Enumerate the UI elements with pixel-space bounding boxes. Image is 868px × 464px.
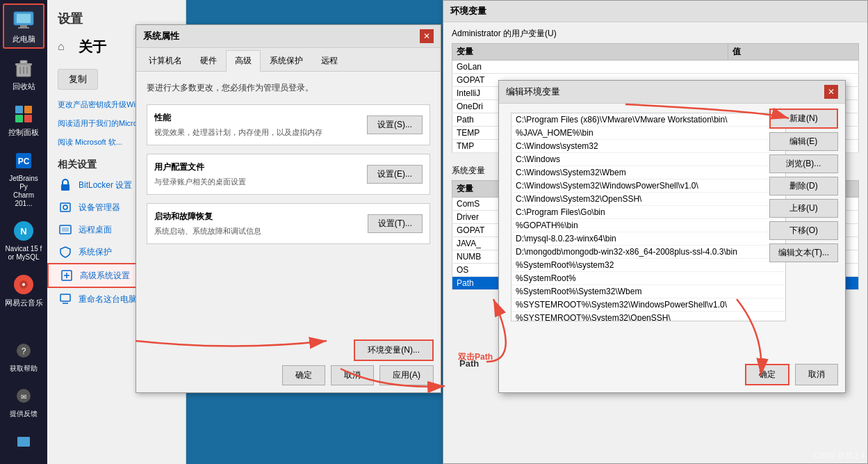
envvars-titlebar: 环境变量 <box>443 1 867 22</box>
env-variables-button[interactable]: 环境变量(N)... <box>354 339 434 361</box>
editenv-action-buttons: 新建(N) 编辑(E) 浏览(B)... 删除(D) 上移(U) 下移(O) 编… <box>769 109 838 262</box>
taskbar-icon-help[interactable]: ? 获取帮助 <box>3 335 44 376</box>
recycle-icon-label: 回收站 <box>13 82 35 91</box>
taskbar-icon-navicat[interactable]: N Navicat 15 for MySQL <box>3 215 44 265</box>
path-item-3[interactable]: C:\Windows <box>511 153 785 166</box>
taskbar-icon-controlpanel[interactable]: 控制面板 <box>3 98 44 141</box>
home-icon: ⌂ <box>58 40 72 54</box>
svg-rect-10 <box>15 106 23 113</box>
navicat-icon-label: Navicat 15 for MySQL <box>6 245 42 262</box>
sysprop-cancel-button[interactable]: 取消 <box>331 365 374 385</box>
sysprop-close-button[interactable]: ✕ <box>420 29 434 43</box>
svg-point-21 <box>22 283 25 286</box>
svg-rect-2 <box>20 25 27 27</box>
recycle-icon <box>11 56 36 81</box>
path-item-6[interactable]: C:\Windows\System32\OpenSSH\ <box>511 193 785 206</box>
editenv-new-button[interactable]: 新建(N) <box>769 109 838 129</box>
taskbar-left: 此电脑 回收站 <box>0 0 47 464</box>
tab-hardware[interactable]: 硬件 <box>191 50 226 71</box>
performance-settings-button[interactable]: 设置(S)... <box>367 115 423 134</box>
path-item-8[interactable]: %GOPATH%\bin <box>511 219 785 232</box>
editenv-body: C:\Program Files (x86)\VMware\VMware Wor… <box>499 104 845 330</box>
tab-advanced[interactable]: 高级 <box>226 50 261 72</box>
svg-rect-35 <box>60 294 70 301</box>
user-row-golan[interactable]: GoLan <box>452 61 859 74</box>
editenv-footer: 确定 取消 <box>745 364 838 385</box>
desktop: 此电脑 回收站 <box>0 0 868 464</box>
path-item-1[interactable]: %JAVA_HOME%\bin <box>511 127 785 140</box>
svg-text:PC: PC <box>18 157 30 166</box>
svg-rect-31 <box>62 227 69 232</box>
help-icon: ? <box>11 338 36 363</box>
svg-point-29 <box>63 205 67 209</box>
sysprop-title: 系统属性 <box>143 30 179 42</box>
path-label-annotation: Path <box>459 358 479 369</box>
svg-rect-3 <box>18 27 29 29</box>
path-item-7[interactable]: C:\Program Files\Go\bin <box>511 206 785 219</box>
path-item-4[interactable]: C:\Windows\System32\Wbem <box>511 166 785 179</box>
editenv-cancel-button[interactable]: 取消 <box>795 364 838 385</box>
editenv-movedown-button[interactable]: 下移(O) <box>769 221 838 240</box>
sysprop-ok-button[interactable]: 确定 <box>282 365 325 385</box>
path-item-9[interactable]: D:\mysql-8.0.23-winx64\bin <box>511 232 785 246</box>
tab-remote[interactable]: 远程 <box>312 50 347 71</box>
editenv-edittext-button[interactable]: 编辑文本(T)... <box>769 243 838 262</box>
editenv-delete-button[interactable]: 删除(D) <box>769 177 838 195</box>
path-item-5[interactable]: C:\Windows\System32\WindowsPowerShell\v1… <box>511 179 785 193</box>
jetbrains-icon: PC <box>11 148 36 173</box>
about-label: 关于 <box>79 38 106 56</box>
tab-sysprotection[interactable]: 系统保护 <box>261 50 312 71</box>
editenv-ok-button[interactable]: 确定 <box>745 364 789 385</box>
path-item-15[interactable]: %SYSTEMROOT%\System32\OpenSSH\ <box>511 312 785 321</box>
sysprop-apply-button[interactable]: 应用(A) <box>379 365 434 385</box>
device-label: 设备管理器 <box>79 202 120 214</box>
taskbar-icon-computer[interactable]: 此电脑 <box>3 3 44 49</box>
svg-text:✉: ✉ <box>21 393 26 401</box>
bitlocker-icon <box>58 177 73 193</box>
advanced-icon <box>59 268 74 283</box>
taskbar-icon-jetbrains[interactable]: PC JetBrains PyCharm 201... <box>3 145 44 211</box>
editenv-paths-list[interactable]: C:\Program Files (x86)\VMware\VMware Wor… <box>511 113 786 321</box>
path-item-14[interactable]: %SYSTEMROOT%\System32\WindowsPowerShell\… <box>511 298 785 312</box>
computer-icon-label: 此电脑 <box>13 35 35 44</box>
controlpanel-icon-label: 控制面板 <box>8 128 39 137</box>
feedback-label: 提供反馈 <box>10 410 38 418</box>
path-item-10[interactable]: D:\mongodb\mongodb-win32-x86_64-2008plus… <box>511 246 785 259</box>
editenv-dialog: 编辑环境变量 ✕ C:\Program Files (x86)\VMware\V… <box>498 80 846 393</box>
profile-settings-button[interactable]: 设置(E)... <box>367 165 423 184</box>
performance-section: 设置(S)... 性能 视觉效果，处理器计划，内存使用，以及虚拟内存 <box>147 104 430 145</box>
path-item-0[interactable]: C:\Program Files (x86)\VMware\VMware Wor… <box>511 113 785 127</box>
editenv-close-button[interactable]: ✕ <box>824 85 838 99</box>
svg-text:?: ? <box>22 346 26 356</box>
feedback-icon: ✉ <box>11 383 36 408</box>
env-btn-container: 环境变量(N)... <box>354 339 434 361</box>
path-item-12[interactable]: %SystemRoot% <box>511 272 785 285</box>
startup-section: 设置(T)... 启动和故障恢复 系统启动、系统故障和调试信息 <box>147 203 430 244</box>
remote-icon <box>58 222 73 237</box>
taskbar-icon-feedback[interactable]: ✉ 提供反馈 <box>3 380 44 422</box>
advanced-label: 高级系统设置 <box>80 270 130 282</box>
startup-settings-button[interactable]: 设置(T)... <box>368 214 423 233</box>
svg-rect-13 <box>24 115 32 122</box>
svg-rect-6 <box>20 61 27 63</box>
path-item-2[interactable]: C:\Windows\system32 <box>511 140 785 153</box>
remote-label: 远程桌面 <box>79 224 112 236</box>
svg-rect-11 <box>24 106 32 113</box>
path-item-11[interactable]: %SystemRoot%\system32 <box>511 259 785 272</box>
taskbar-icon-recycle[interactable]: 回收站 <box>3 52 44 95</box>
help-label: 获取帮助 <box>10 365 38 373</box>
sysprop-tabs: 计算机名 硬件 高级 系统保护 远程 <box>136 48 441 72</box>
protection-icon <box>58 244 73 259</box>
copy-button[interactable]: 复制 <box>58 69 98 90</box>
taskbar-icon-music[interactable]: 网易云音乐 <box>3 269 44 311</box>
editenv-moveup-button[interactable]: 上移(U) <box>769 199 838 218</box>
svg-rect-12 <box>15 115 23 122</box>
protection-label: 系统保护 <box>79 246 112 258</box>
editenv-titlebar: 编辑环境变量 ✕ <box>499 81 845 104</box>
editenv-browse-button[interactable]: 浏览(B)... <box>769 154 838 173</box>
taskbar-icon-bottom[interactable] <box>3 425 44 457</box>
editenv-edit-button[interactable]: 编辑(E) <box>769 132 838 151</box>
path-item-13[interactable]: %SystemRoot%\System32\Wbem <box>511 285 785 298</box>
tab-computername[interactable]: 计算机名 <box>140 50 191 71</box>
profile-section: 设置(E)... 用户配置文件 与登录账户相关的桌面设置 <box>147 154 430 195</box>
